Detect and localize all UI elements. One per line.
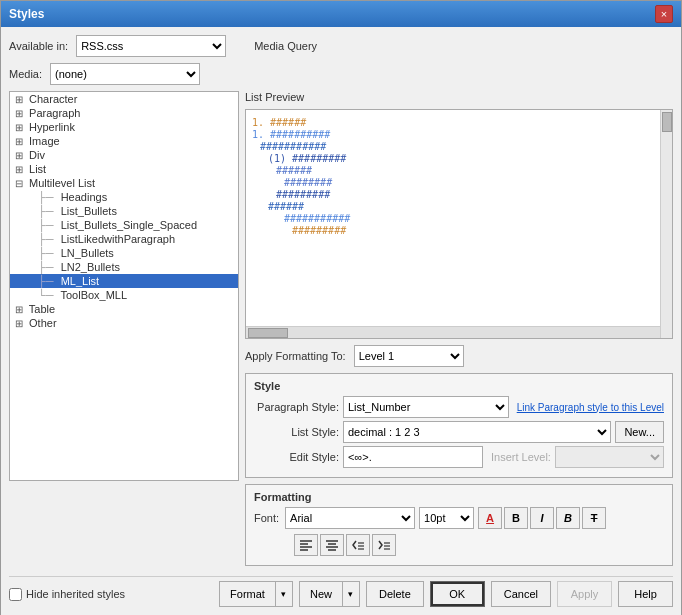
paragraph-style-label: Paragraph Style: <box>254 401 339 413</box>
tree-item-other[interactable]: ⊞ Other <box>10 316 238 330</box>
tree-item-div[interactable]: ⊞ Div <box>10 148 238 162</box>
preview-line-1: 1. ###### <box>252 117 666 128</box>
connector-ln-bullets: ├─ <box>38 247 54 259</box>
list-preview-label: List Preview <box>245 91 673 103</box>
tree-item-ln2-bullets[interactable]: ├─ LN2_Bullets <box>10 260 238 274</box>
font-select[interactable]: Arial <box>285 507 415 529</box>
apply-formatting-row: Apply Formatting To: Level 1 Level 2 Lev… <box>245 345 673 367</box>
tree-item-table[interactable]: ⊞ Table <box>10 302 238 316</box>
strikethrough-button[interactable]: T <box>582 507 606 529</box>
title-bar: Styles × <box>1 1 681 27</box>
expander-hyperlink: ⊞ <box>12 122 26 133</box>
available-in-label: Available in: <box>9 40 68 52</box>
styles-panel[interactable]: ⊞ Character ⊞ Paragraph ⊞ Hyperlink ⊞ Im… <box>9 91 239 481</box>
media-label: Media: <box>9 68 42 80</box>
font-color-button[interactable]: A <box>478 507 502 529</box>
formatting-section: Formatting Font: Arial 10pt A B <box>245 484 673 566</box>
tree-item-headings[interactable]: ├─ Headings <box>10 190 238 204</box>
delete-button[interactable]: Delete <box>366 581 424 607</box>
bottom-buttons: Format ▾ New ▾ Delete OK Cancel Apply He… <box>219 581 673 607</box>
increase-indent-button[interactable] <box>372 534 396 556</box>
preview-line-7: ######### <box>276 189 666 200</box>
help-button[interactable]: Help <box>618 581 673 607</box>
tree-item-multilevel-list[interactable]: ⊟ Multilevel List <box>10 176 238 190</box>
available-in-select[interactable]: RSS.css <box>76 35 226 57</box>
preview-line-8: ###### <box>268 201 666 212</box>
scrollbar-thumb <box>662 112 672 132</box>
paragraph-style-row: Paragraph Style: List_Number Link Paragr… <box>254 396 664 418</box>
preview-box: 1. ###### 1. ########## ########### (1) … <box>245 109 673 339</box>
media-row: Media: (none) <box>9 63 673 85</box>
item-label-list: List <box>29 163 46 175</box>
hide-inherited-checkbox[interactable] <box>9 588 22 601</box>
preview-scrollbar[interactable] <box>660 110 672 338</box>
preview-hscrollbar[interactable] <box>246 326 660 338</box>
format-buttons-row1: A B I B T <box>478 507 606 529</box>
item-label-headings: Headings <box>61 191 107 203</box>
hide-inherited-label: Hide inherited styles <box>26 588 125 600</box>
connector-list-bullets: ├─ <box>38 205 54 217</box>
link-paragraph-style[interactable]: Link Paragraph style to this Level <box>517 402 664 413</box>
decrease-indent-button[interactable] <box>346 534 370 556</box>
tree-item-image[interactable]: ⊞ Image <box>10 134 238 148</box>
expander-multilevel: ⊟ <box>12 178 26 189</box>
tree-item-toolbox-mll[interactable]: └─ ToolBox_MLL <box>10 288 238 302</box>
size-select[interactable]: 10pt <box>419 507 474 529</box>
tree-item-listliked[interactable]: ├─ ListLikedwithParagraph <box>10 232 238 246</box>
expander-character: ⊞ <box>12 94 26 105</box>
media-select[interactable]: (none) <box>50 63 200 85</box>
tree-item-ml-list[interactable]: ├─ ML_List <box>10 274 238 288</box>
preview-line-10: ######### <box>292 225 666 236</box>
font-row: Font: Arial 10pt A B I B <box>254 507 664 529</box>
close-button[interactable]: × <box>655 5 673 23</box>
preview-line-5: ###### <box>276 165 666 176</box>
paragraph-style-select[interactable]: List_Number <box>343 396 509 418</box>
tree-item-list-bullets-single[interactable]: ├─ List_Bullets_Single_Spaced <box>10 218 238 232</box>
format-button[interactable]: Format <box>219 581 275 607</box>
list-style-select[interactable]: decimal : 1 2 3 <box>343 421 611 443</box>
tree-item-list-bullets[interactable]: ├─ List_Bullets <box>10 204 238 218</box>
item-label-ml-list: ML_List <box>61 275 100 287</box>
align-left-button[interactable] <box>294 534 318 556</box>
tree-item-list[interactable]: ⊞ List <box>10 162 238 176</box>
tree-item-paragraph[interactable]: ⊞ Paragraph <box>10 106 238 120</box>
item-label-div: Div <box>29 149 45 161</box>
right-panel: List Preview 1. ###### 1. ########## ###… <box>245 91 673 566</box>
edit-style-input[interactable] <box>343 446 483 468</box>
tree-item-character[interactable]: ⊞ Character <box>10 92 238 106</box>
edit-style-row: Edit Style: Insert Level: <box>254 446 664 468</box>
align-center-button[interactable] <box>320 534 344 556</box>
bottom-row: Hide inherited styles Format ▾ New ▾ Del… <box>9 576 673 611</box>
new-button[interactable]: New... <box>615 421 664 443</box>
list-style-row: List Style: decimal : 1 2 3 New... <box>254 421 664 443</box>
ok-button[interactable]: OK <box>430 581 485 607</box>
bold-button[interactable]: B <box>504 507 528 529</box>
expander-div: ⊞ <box>12 150 26 161</box>
styles-dialog: Styles × Available in: RSS.css Media Que… <box>0 0 682 615</box>
new-bottom-button[interactable]: New <box>299 581 342 607</box>
expander-other: ⊞ <box>12 318 26 329</box>
italic-button[interactable]: I <box>530 507 554 529</box>
expander-list: ⊞ <box>12 164 26 175</box>
dialog-title: Styles <box>9 7 44 21</box>
preview-line-4: (1) ######### <box>268 153 666 164</box>
format-arrow-button[interactable]: ▾ <box>275 581 293 607</box>
insert-level-select[interactable] <box>555 446 664 468</box>
apply-formatting-select[interactable]: Level 1 Level 2 Level 3 <box>354 345 464 367</box>
bold-italic-button[interactable]: B <box>556 507 580 529</box>
media-query-label: Media Query <box>254 40 317 52</box>
connector-ml-list: ├─ <box>38 275 54 287</box>
new-button-group: New ▾ <box>299 581 360 607</box>
connector-list-bullets-single: ├─ <box>38 219 54 231</box>
apply-formatting-label: Apply Formatting To: <box>245 350 346 362</box>
tree-item-hyperlink[interactable]: ⊞ Hyperlink <box>10 120 238 134</box>
item-label-list-bullets: List_Bullets <box>61 205 117 217</box>
connector-listliked: ├─ <box>38 233 54 245</box>
apply-button[interactable]: Apply <box>557 581 612 607</box>
connector-headings: ├─ <box>38 191 54 203</box>
tree-item-ln-bullets[interactable]: ├─ LN_Bullets <box>10 246 238 260</box>
new-arrow-button[interactable]: ▾ <box>342 581 360 607</box>
hscrollbar-thumb <box>248 328 288 338</box>
item-label-list-bullets-single: List_Bullets_Single_Spaced <box>61 219 197 231</box>
cancel-button[interactable]: Cancel <box>491 581 551 607</box>
